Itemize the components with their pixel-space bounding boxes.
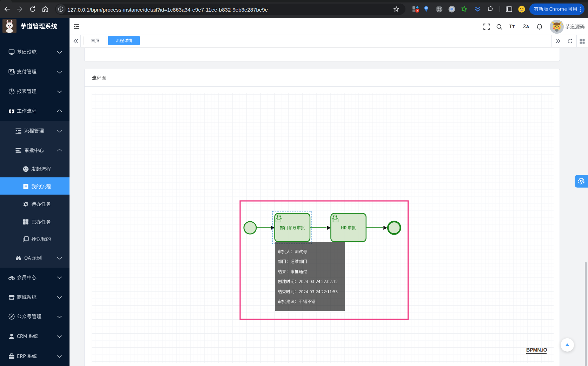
svg-text:7: 7 xyxy=(416,9,418,13)
